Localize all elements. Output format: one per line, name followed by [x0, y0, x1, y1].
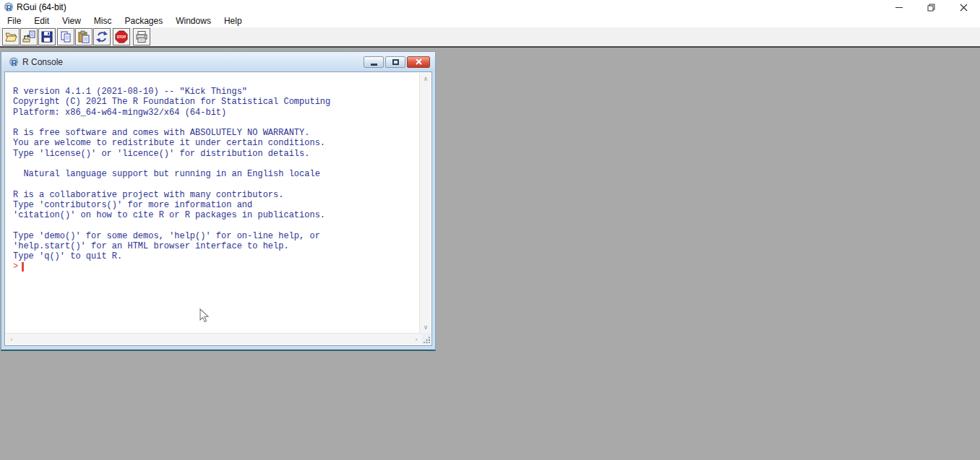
minimize-icon [895, 7, 903, 8]
text-cursor [22, 262, 24, 272]
scroll-right-arrow[interactable]: › [411, 334, 422, 345]
horizontal-scrollbar[interactable]: ‹ › [6, 333, 422, 344]
copy-and-paste-icon [95, 30, 108, 43]
console-close-button[interactable] [407, 56, 430, 68]
minimize-icon [371, 64, 377, 66]
menu-windows[interactable]: Windows [169, 14, 218, 27]
maximize-icon [392, 59, 399, 65]
open-folder-icon [4, 30, 17, 43]
restore-button[interactable] [915, 0, 947, 14]
menu-packages[interactable]: Packages [119, 14, 170, 27]
window-title: RGui (64-bit) [17, 2, 66, 12]
save-floppy-icon [40, 30, 53, 43]
rgui-application: R RGui (64-bit) File Edit View Misc Pack… [0, 0, 980, 460]
menu-misc[interactable]: Misc [87, 14, 119, 27]
copy-button[interactable] [57, 28, 74, 45]
printer-icon [135, 30, 148, 43]
menu-help[interactable]: Help [218, 14, 249, 27]
copy-icon [59, 30, 72, 43]
save-workspace-button[interactable] [38, 28, 56, 45]
console-titlebar[interactable]: R R Console [1, 52, 435, 71]
console-output: R version 4.1.1 (2021-08-10) -- "Kick Th… [13, 87, 419, 261]
r-logo-icon: R [9, 57, 19, 67]
stop-button[interactable]: STOP [113, 28, 130, 45]
resize-grip[interactable] [424, 337, 430, 343]
console-maximize-button[interactable] [385, 56, 405, 68]
menu-view[interactable]: View [56, 14, 87, 27]
console-title: R Console [22, 57, 63, 67]
console-prompt-line: > [13, 261, 419, 272]
scroll-up-arrow[interactable]: ∧ [420, 73, 431, 84]
console-minimize-button[interactable] [364, 56, 384, 68]
mouse-cursor [199, 308, 210, 325]
stop-sign-icon: STOP [115, 30, 128, 43]
menu-file[interactable]: File [1, 14, 27, 27]
scroll-left-arrow[interactable]: ‹ [6, 334, 17, 345]
r-logo-icon: R [4, 2, 14, 12]
minimize-button[interactable] [882, 0, 915, 14]
close-button[interactable] [947, 0, 980, 14]
svg-text:STOP: STOP [117, 35, 126, 39]
restore-icon [927, 4, 935, 12]
vertical-scrollbar[interactable]: ∧ ∨ [419, 73, 431, 333]
copy-and-paste-button[interactable] [93, 28, 111, 45]
paste-icon [77, 30, 90, 43]
menubar: File Edit View Misc Packages Windows Hel… [0, 14, 980, 27]
console-client-area: R version 4.1.1 (2021-08-10) -- "Kick Th… [4, 71, 432, 346]
close-icon [416, 58, 422, 65]
load-workspace-button[interactable] [20, 28, 38, 45]
r-console-window: R R Console R version 4.1.1 (2021-08-10)… [1, 51, 436, 351]
menu-edit[interactable]: Edit [27, 14, 56, 27]
load-workspace-icon [22, 30, 35, 43]
console-input-area[interactable]: R version 4.1.1 (2021-08-10) -- "Kick Th… [6, 73, 419, 333]
close-icon [960, 4, 968, 12]
toolbar: STOP [0, 27, 980, 48]
svg-text:R: R [12, 58, 17, 66]
print-button[interactable] [133, 28, 150, 45]
scrollbar-corner [422, 333, 431, 344]
console-prompt: > [13, 261, 18, 272]
open-script-button[interactable] [2, 28, 20, 45]
scroll-down-arrow[interactable]: ∨ [420, 321, 431, 333]
svg-text:R: R [7, 4, 12, 12]
paste-button[interactable] [75, 28, 93, 45]
main-titlebar[interactable]: R RGui (64-bit) [0, 0, 980, 14]
